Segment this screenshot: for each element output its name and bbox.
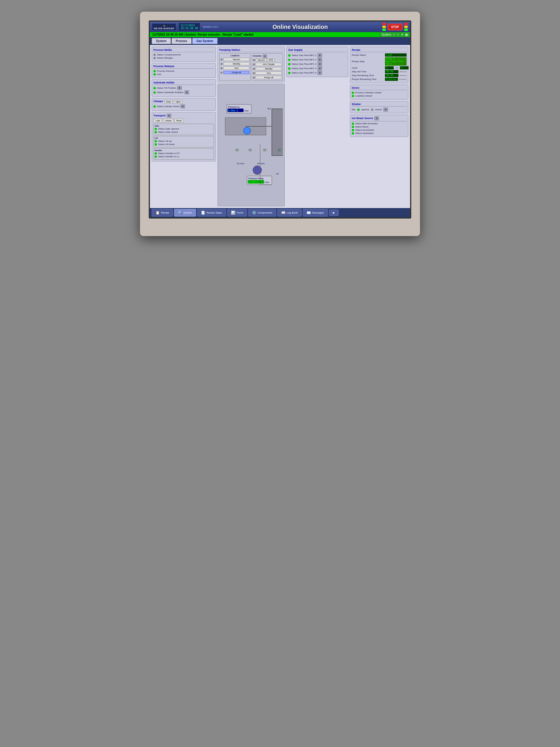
transport-load-btn[interactable]: Load — [153, 119, 162, 123]
doors-panel: Doors Process Chamber closed Loadlock cl… — [350, 85, 408, 100]
dot-beam — [352, 126, 354, 128]
ch-pumps-off-btn[interactable]: Pumps off — [256, 76, 282, 79]
svg-text:⌧: ⌧ — [235, 149, 239, 152]
recipe-name-row: Recipe Name Load — [352, 53, 407, 57]
ch-standby-btn[interactable]: Standby — [256, 67, 282, 70]
gate-title: Gate — [155, 125, 213, 127]
monitor-outer: ✳ MEYER BURGER 11/7/2022 10:55:48 AM Ver… — [140, 12, 420, 236]
ch-vent-btn[interactable]: Vent — [256, 72, 282, 75]
label-beam: Status Beam — [355, 126, 369, 128]
tab-system[interactable]: System — [152, 38, 171, 44]
dot-clamps — [153, 105, 156, 108]
diagram-area: IBS PBN Gasring HSC Pressure LL 4.66e-5 … — [218, 84, 285, 206]
ll-standby-btn[interactable]: Standby — [223, 62, 249, 66]
status-gate-opened: Status Gate opened — [155, 128, 213, 130]
label-mfc4: Status Gas Flow MFC 4 — [292, 67, 317, 70]
toolbar-components-btn[interactable]: ⚙️ Components — [248, 209, 276, 216]
status-lights — [382, 23, 386, 31]
messages-icon: ✉️ — [306, 211, 311, 215]
ps-inner: Loadlock Vacuum Standby Ve — [219, 53, 283, 80]
toolbar-next-btn[interactable]: ▶ — [329, 209, 339, 216]
page-title: Online Visualization — [221, 24, 379, 30]
dot-ll-vacuum — [220, 58, 222, 61]
check-icon-2: ✓ — [397, 33, 399, 36]
ch-hvv-btn[interactable]: HVV Throttle — [256, 63, 282, 66]
transport-unload-btn[interactable]: Unload — [163, 119, 174, 123]
svg-text:mbar: mbar — [244, 110, 249, 112]
recipe-total-rem-label: Recipe Remaining Time — [352, 78, 384, 80]
tab-gas-system[interactable]: Gas System — [192, 38, 218, 44]
label-clamps: Status Clamps closed — [157, 105, 179, 108]
recipe-name-value: Load — [385, 53, 407, 57]
gas-mfc1-row: Status Gas Flow MFC 1 ⊞ — [288, 53, 347, 57]
dot-lift-down — [155, 143, 157, 146]
ps-loadlock-title: Loadlock — [220, 55, 249, 57]
toolbar-logbook-btn[interactable]: 📖 Log Book — [277, 209, 301, 216]
label-neutralizer: Status Neutralizer — [355, 132, 374, 134]
trend-icon: 📊 — [231, 211, 235, 215]
logo-star: ✳ — [163, 24, 165, 27]
dot-mfc2 — [288, 59, 291, 61]
gas-supply-column: Gas Supply Status Gas Flow MFC 1 ⊞ Statu… — [287, 47, 348, 206]
toolbar-system-btn[interactable]: 🔍 System — [174, 209, 196, 216]
left-column: Process Media Status Compressed Air Stat… — [152, 47, 216, 206]
recipe-btn-label: Recipe — [161, 211, 169, 214]
recipe-steps-btn-label: Recipe Steps — [207, 211, 222, 214]
ll-vent-btn[interactable]: Vent — [223, 67, 249, 70]
recipe-cycle-row: Cycle 1 of 1 — [352, 66, 407, 70]
status-lift-down: Status Lift down — [155, 143, 213, 146]
dot-pc-closed — [352, 92, 354, 94]
header-bar: ✳ MEYER BURGER 11/7/2022 10:55:48 AM Ver… — [150, 22, 410, 32]
mfc4-icon: ⊞ — [318, 67, 322, 70]
mfc5-icon: ⊞ — [318, 71, 322, 75]
messages-btn-label: Messages — [312, 211, 324, 214]
svg-text:4.22e-2: 4.22e-2 — [248, 181, 259, 183]
handler-section: Handler Status Handler in PC Status Hand… — [153, 148, 214, 160]
clamp-open-btn[interactable]: Open — [174, 100, 182, 103]
components-icon: ⚙️ — [252, 211, 257, 215]
process-media-title: Process Media — [153, 48, 214, 52]
dot-mfc5 — [288, 72, 291, 74]
ll-pumps-off-btn[interactable]: Pumps off — [223, 71, 249, 74]
ll-vacuum-btn[interactable]: Vacuum — [223, 58, 249, 61]
trend-btn-label: Trend — [237, 211, 243, 214]
ch-epd-btn[interactable]: EPD — [267, 58, 274, 61]
label-mfc3: Status Gas Flow MFC 3 — [292, 63, 317, 66]
nav-tabs: System Process Gas System — [150, 37, 410, 45]
logbook-icon: 📖 — [281, 211, 286, 215]
system-icon: 🔍 — [178, 211, 182, 215]
transport-panel: Transport ⊞ Load Unload Reset Gate Statu… — [152, 112, 216, 161]
toolbar-recipe-steps-btn[interactable]: 📑 Recipe Steps — [197, 209, 226, 216]
process-diagram-svg: IBS PBN Gasring HSC Pressure LL 4.66e-5 … — [219, 85, 283, 197]
substrate-holder-title: Substrate Holder — [153, 81, 214, 85]
clamp-close-btn[interactable]: Close — [164, 100, 173, 103]
dot-tilt — [153, 87, 156, 89]
pumping-station-title: Pumping Station — [219, 48, 283, 52]
next-icon: ▶ — [333, 211, 335, 214]
shutter-closed-label: closed — [375, 108, 382, 111]
ps-loadlock: Loadlock Vacuum Standby Ve — [219, 53, 250, 80]
status-row-devices: Process Devices — [153, 70, 214, 72]
recipe-step-rem-value: 00:09 — [385, 74, 398, 77]
transport-title: Transport — [153, 114, 166, 118]
toolbar-trend-btn[interactable]: 📊 Trend — [227, 209, 247, 216]
substrate-holder-panel: Substrate Holder Status Tilt Position ⊞ … — [152, 79, 216, 97]
toolbar-recipe-btn[interactable]: 📋 Recipe — [152, 209, 173, 216]
label-accelerator: Status Accelerator — [355, 129, 374, 131]
clamps-icon: ⊞ — [181, 104, 185, 108]
recipe-cycle-label: Cycle — [352, 67, 384, 69]
stop-button[interactable]: STOP — [388, 24, 402, 30]
toolbar-messages-btn[interactable]: ✉️ Messages — [303, 209, 328, 216]
ion-beam-icon: ⊞ — [374, 117, 379, 120]
dot-ch-pumps-off — [253, 76, 255, 79]
shutter-title: Shutter — [352, 103, 407, 106]
label-tilt: Status Tilt Position — [157, 87, 176, 89]
system-label: System — [381, 33, 391, 36]
light-red — [382, 23, 386, 25]
svg-text:⌧: ⌧ — [248, 149, 252, 152]
ch-vacuum-btn[interactable]: Vacuum — [256, 58, 267, 61]
dot-gate-closed — [155, 131, 157, 133]
mfc3-icon: ⊞ — [318, 62, 322, 66]
transport-reset-btn[interactable]: Reset — [175, 119, 184, 123]
tab-process[interactable]: Process — [171, 38, 192, 44]
